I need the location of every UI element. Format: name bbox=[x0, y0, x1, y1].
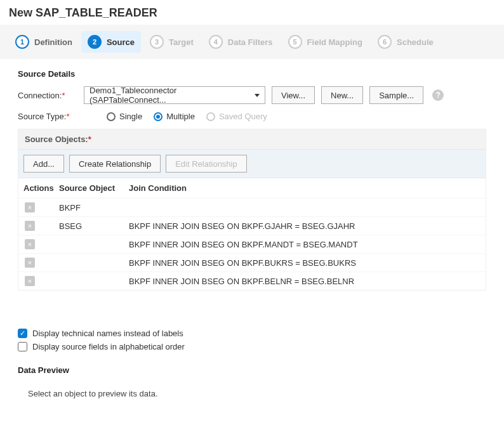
wizard-step-schedule[interactable]: 6 Schedule bbox=[371, 31, 440, 53]
checkbox-icon bbox=[18, 342, 27, 351]
connection-select[interactable]: Demo1_Tableconnector (SAPTableConnect... bbox=[84, 86, 265, 104]
close-icon[interactable]: × bbox=[25, 276, 35, 286]
wizard-step-num: 5 bbox=[288, 35, 302, 49]
source-type-label: Source Type:* bbox=[18, 112, 77, 121]
col-source-object: Source Object bbox=[59, 183, 129, 193]
wizard-step-num: 2 bbox=[88, 35, 102, 49]
source-details-title: Source Details bbox=[18, 69, 486, 79]
wizard-step-num: 4 bbox=[209, 35, 223, 49]
table-row[interactable]: ×BKPF INNER JOIN BSEG ON BKPF.MANDT = BS… bbox=[18, 235, 486, 253]
add-button[interactable]: Add... bbox=[23, 155, 64, 173]
connection-label: Connection:* bbox=[18, 91, 77, 100]
table-row[interactable]: ×BKPF INNER JOIN BSEG ON BKPF.BELNR = BS… bbox=[18, 272, 486, 290]
close-icon[interactable]: × bbox=[25, 258, 35, 268]
close-icon[interactable]: × bbox=[25, 221, 35, 231]
source-objects-title: Source Objects:* bbox=[18, 129, 486, 149]
view-button[interactable]: View... bbox=[272, 86, 315, 104]
table-row[interactable]: ×BSEGBKPF INNER JOIN BSEG ON BKPF.GJAHR … bbox=[18, 216, 486, 235]
radio-label: Multiple bbox=[166, 112, 195, 121]
radio-icon bbox=[107, 112, 116, 121]
close-icon[interactable]: × bbox=[25, 239, 35, 249]
edit-relationship-button: Edit Relationship bbox=[166, 155, 247, 173]
wizard-step-label: Schedule bbox=[397, 37, 434, 47]
wizard-step-label: Field Mapping bbox=[307, 37, 362, 47]
option-label: Display source fields in alphabetical or… bbox=[32, 342, 185, 351]
wizard-step-label: Data Filters bbox=[228, 37, 273, 47]
radio-icon bbox=[154, 112, 162, 121]
data-preview-text: Select an object to preview its data. bbox=[18, 383, 486, 405]
close-icon[interactable]: × bbox=[25, 202, 35, 213]
connection-value: Demo1_Tableconnector (SAPTableConnect... bbox=[90, 86, 255, 105]
wizard-step-label: Source bbox=[107, 37, 135, 47]
wizard-step-label: Definition bbox=[34, 37, 72, 47]
radio-icon bbox=[206, 112, 215, 121]
cell-join-condition: BKPF INNER JOIN BSEG ON BKPF.GJAHR = BSE… bbox=[129, 221, 481, 231]
wizard-step-label: Target bbox=[169, 37, 194, 47]
help-icon[interactable]: ? bbox=[432, 89, 444, 101]
wizard-step-num: 1 bbox=[15, 35, 29, 49]
wizard-step-num: 6 bbox=[378, 35, 392, 49]
cell-join-condition: BKPF INNER JOIN BSEG ON BKPF.BELNR = BSE… bbox=[129, 277, 481, 286]
col-join-condition: Join Condition bbox=[129, 183, 481, 193]
radio-saved-query: Saved Query bbox=[206, 112, 267, 121]
wizard-nav: 1 Definition 2 Source 3 Target 4 Data Fi… bbox=[0, 25, 504, 59]
sample-button[interactable]: Sample... bbox=[369, 86, 423, 104]
cell-join-condition: BKPF INNER JOIN BSEG ON BKPF.BUKRS = BSE… bbox=[129, 258, 481, 268]
source-objects-header: Actions Source Object Join Condition bbox=[18, 178, 486, 198]
cell-join-condition: BKPF INNER JOIN BSEG ON BKPF.MANDT = BSE… bbox=[129, 240, 481, 249]
radio-single[interactable]: Single bbox=[107, 112, 142, 121]
page-title: New SAP_TABLE_READER bbox=[0, 0, 504, 25]
wizard-step-definition[interactable]: 1 Definition bbox=[9, 31, 79, 53]
wizard-step-source[interactable]: 2 Source bbox=[81, 31, 141, 53]
cell-source-object: BKPF bbox=[59, 203, 129, 213]
data-preview-title: Data Preview bbox=[18, 365, 486, 375]
radio-label: Single bbox=[119, 112, 142, 121]
create-relationship-button[interactable]: Create Relationship bbox=[69, 155, 161, 173]
wizard-step-data-filters[interactable]: 4 Data Filters bbox=[202, 31, 279, 53]
radio-multiple[interactable]: Multiple bbox=[154, 112, 195, 121]
checkbox-icon: ✓ bbox=[18, 329, 27, 338]
wizard-step-field-mapping[interactable]: 5 Field Mapping bbox=[282, 31, 369, 53]
option-technical-names[interactable]: ✓ Display technical names instead of lab… bbox=[18, 329, 486, 338]
table-row[interactable]: ×BKPF bbox=[18, 198, 486, 216]
cell-source-object: BSEG bbox=[59, 221, 129, 231]
option-alphabetical[interactable]: Display source fields in alphabetical or… bbox=[18, 342, 486, 351]
new-button[interactable]: New... bbox=[321, 86, 363, 104]
col-actions: Actions bbox=[23, 183, 59, 193]
chevron-down-icon bbox=[255, 94, 260, 97]
wizard-step-target[interactable]: 3 Target bbox=[143, 31, 200, 53]
source-objects-box: Source Objects:* Add... Create Relations… bbox=[18, 129, 486, 291]
radio-label: Saved Query bbox=[219, 112, 267, 121]
table-row[interactable]: ×BKPF INNER JOIN BSEG ON BKPF.BUKRS = BS… bbox=[18, 253, 486, 272]
option-label: Display technical names instead of label… bbox=[32, 329, 183, 338]
wizard-step-num: 3 bbox=[150, 35, 164, 49]
